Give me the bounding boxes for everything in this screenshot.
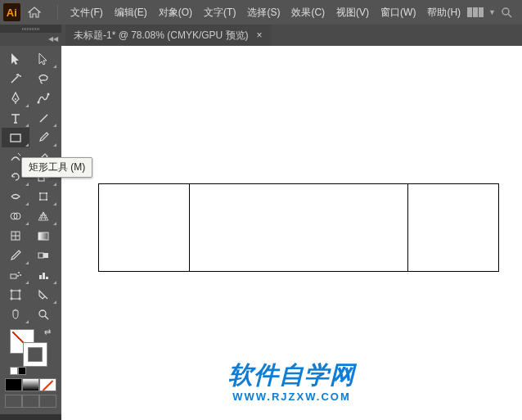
paintbrush-tool[interactable]	[29, 128, 57, 147]
free-transform-tool[interactable]	[29, 187, 57, 206]
menu-effect[interactable]: 效果(C)	[286, 2, 330, 23]
svg-point-13	[39, 199, 41, 201]
direct-selection-tool[interactable]	[29, 49, 57, 69]
svg-point-11	[39, 192, 41, 194]
width-tool[interactable]	[2, 187, 29, 206]
menu-separator	[57, 5, 58, 20]
document-tab-bar: 未标题-1* @ 78.08% (CMYK/GPU 预览) ×	[0, 25, 522, 46]
line-segment-tool[interactable]	[29, 108, 57, 128]
curvature-tool[interactable]	[29, 88, 57, 108]
svg-rect-7	[11, 134, 20, 142]
rectangle-tool[interactable]	[2, 128, 29, 147]
zoom-tool[interactable]	[29, 305, 57, 324]
blend-tool[interactable]	[29, 246, 57, 265]
watermark-url: WWW.RJZXW.COM	[228, 391, 355, 403]
menu-help[interactable]: 帮助(H)	[422, 2, 466, 23]
svg-point-0	[502, 8, 509, 15]
eyedropper-tool[interactable]	[2, 246, 29, 265]
svg-rect-27	[46, 277, 48, 279]
lasso-tool[interactable]	[29, 69, 57, 88]
svg-point-4	[38, 102, 40, 104]
workspace-switcher-icon[interactable]	[467, 7, 484, 17]
symbol-sprayer-tool[interactable]	[2, 265, 29, 285]
home-icon[interactable]	[27, 2, 43, 22]
pen-tool[interactable]	[2, 88, 29, 108]
draw-mode-behind[interactable]	[22, 395, 39, 408]
default-fill-stroke-icon[interactable]	[10, 367, 26, 375]
svg-rect-10	[40, 193, 47, 200]
menu-object[interactable]: 对象(O)	[154, 2, 197, 23]
perspective-grid-tool[interactable]	[29, 206, 57, 226]
menu-view[interactable]: 视图(V)	[331, 2, 374, 23]
svg-line-30	[45, 316, 48, 319]
menu-bar: Ai 文件(F) 编辑(E) 对象(O) 文字(T) 选择(S) 效果(C) 视…	[0, 0, 522, 25]
svg-line-6	[40, 115, 47, 122]
color-mode-gradient[interactable]	[22, 378, 39, 391]
document-tab-title: 未标题-1* @ 78.08% (CMYK/GPU 预览)	[74, 29, 249, 43]
chevron-down-icon[interactable]: ▼	[488, 8, 496, 16]
type-tool[interactable]	[2, 108, 29, 128]
color-swatch-block: ⇄	[2, 324, 60, 411]
svg-point-5	[47, 93, 50, 96]
svg-point-22	[18, 272, 20, 273]
rect-left[interactable]	[98, 183, 190, 272]
watermark-title: 软件自学网	[228, 359, 355, 392]
menu-select[interactable]: 选择(S)	[242, 2, 285, 23]
svg-rect-18	[38, 233, 48, 240]
tool-tooltip: 矩形工具 (M)	[21, 157, 92, 178]
svg-line-1	[508, 14, 511, 17]
stroke-swatch[interactable]	[23, 342, 47, 367]
draw-mode-normal[interactable]	[5, 395, 22, 408]
color-mode-solid[interactable]	[5, 378, 22, 391]
search-icon[interactable]	[501, 7, 512, 18]
column-graph-tool[interactable]	[29, 265, 57, 285]
svg-rect-28	[11, 291, 20, 299]
document-tab[interactable]: 未标题-1* @ 78.08% (CMYK/GPU 预览) ×	[65, 25, 271, 46]
svg-point-24	[17, 275, 19, 277]
svg-point-2	[18, 75, 20, 76]
menu-type[interactable]: 文字(T)	[199, 2, 241, 23]
svg-point-3	[15, 98, 16, 100]
slice-tool[interactable]	[29, 285, 57, 305]
toolbox: ⇄	[0, 46, 61, 414]
svg-rect-19	[38, 253, 43, 258]
menu-file[interactable]: 文件(F)	[65, 2, 107, 23]
svg-rect-26	[43, 273, 45, 279]
svg-point-12	[46, 192, 47, 194]
svg-rect-20	[43, 253, 48, 258]
svg-point-14	[46, 199, 47, 201]
mesh-tool[interactable]	[2, 226, 29, 246]
shape-builder-tool[interactable]	[2, 206, 29, 226]
selection-tool[interactable]	[2, 49, 29, 69]
gradient-tool[interactable]	[29, 226, 57, 246]
panel-grip[interactable]	[0, 25, 61, 33]
svg-point-29	[39, 310, 46, 317]
draw-mode-inside[interactable]	[39, 395, 56, 408]
color-mode-none[interactable]	[39, 378, 56, 391]
menu-window[interactable]: 窗口(W)	[376, 2, 421, 23]
svg-rect-25	[39, 275, 42, 279]
rect-right[interactable]	[407, 183, 499, 272]
hand-tool[interactable]	[2, 305, 29, 324]
svg-point-23	[20, 274, 21, 276]
canvas[interactable]: 软件自学网 WWW.RJZXW.COM	[61, 46, 522, 420]
app-logo: Ai	[3, 3, 20, 21]
menu-edit[interactable]: 编辑(E)	[110, 2, 152, 23]
svg-rect-21	[11, 274, 16, 278]
swap-fill-stroke-icon[interactable]: ⇄	[44, 327, 51, 336]
artboard-tool[interactable]	[2, 285, 29, 305]
magic-wand-tool[interactable]	[2, 69, 29, 88]
toolbox-collapse-icon[interactable]: ◀◀	[47, 33, 59, 44]
close-icon[interactable]: ×	[257, 29, 263, 41]
watermark: 软件自学网 WWW.RJZXW.COM	[228, 359, 355, 403]
